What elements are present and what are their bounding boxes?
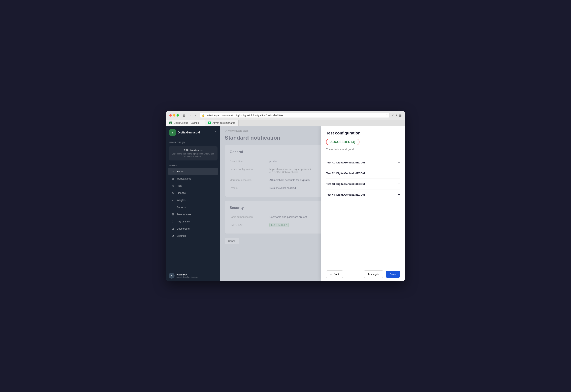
address-bar: 🔒 ca-test.adyen.com/ca/ca/config/configu… (200, 113, 390, 118)
test-config-panel: Test configuration SUCCEEDED (4) These t… (321, 126, 405, 281)
sidebar-item-label-insights: Insights (177, 199, 185, 202)
expand-test-4-btn[interactable]: + (398, 193, 400, 197)
lock-icon: 🔒 (202, 114, 205, 117)
user-info: Radu DG radu@digitalgenius.com (177, 273, 217, 278)
pages-section-label: PAGES (166, 162, 220, 168)
test-item-1: Test #1: DigitalGeniusLtdECOM + (326, 157, 400, 168)
brand-icon: a (169, 129, 176, 136)
sidebar-item-label-pos: Point of sale (177, 213, 191, 216)
test-name-3: Test #3: DigitalGeniusLtdECOM (326, 182, 365, 185)
favorites-box: ★ No favorites yet Click on the star on … (169, 146, 217, 160)
traffic-lights (169, 114, 179, 117)
tab-favicon-dg: a (169, 122, 172, 124)
content-area: ↺ View classic page Standard notificatio… (220, 126, 405, 281)
sidebar-item-pay-by-link[interactable]: ⤴ Pay by Link (168, 218, 218, 225)
sidebar-item-point-of-sale[interactable]: ⊟ Point of sale (168, 211, 218, 218)
forward-nav-btn[interactable]: › (194, 113, 197, 118)
sidebar-item-reports[interactable]: ☰ Reports (168, 204, 218, 210)
test-name-2: Test #2: DigitalGeniusLtdECOM (326, 172, 365, 175)
avatar: R (169, 273, 175, 279)
success-badge: SUCCEEDED (4) (326, 139, 360, 145)
pos-icon: ⊟ (171, 213, 175, 216)
sidebar-item-settings[interactable]: ⚙ Settings (168, 232, 218, 239)
back-nav-btn[interactable]: ‹ (189, 113, 192, 118)
user-email: radu@digitalgenius.com (177, 276, 217, 278)
favorites-hint: Click on the star on the right side of a… (171, 153, 215, 158)
panel-body: Test #1: DigitalGeniusLtdECOM + Test #2:… (321, 154, 405, 267)
sidebar-item-home[interactable]: ⌂ Home (168, 168, 218, 175)
main-layout: a DigitalGeniusLtd ⌃ FAVORITES (0) ★ No … (166, 126, 405, 281)
reports-icon: ☰ (171, 206, 175, 209)
sidebar-toggle-btn[interactable]: ⊞ (181, 113, 186, 118)
sidebar-item-label-developers: Developers (177, 227, 190, 230)
sidebar-bottom: R Radu DG radu@digitalgenius.com (166, 270, 220, 281)
panel-footer: ← Back Test again Done (321, 267, 405, 281)
sidebar-item-label-settings: Settings (177, 234, 186, 237)
tab-label-dg: DigitalGenius – Dashboard (174, 122, 202, 124)
test-item-4: Test #4: DigitalGeniusLtdECOM + (326, 189, 400, 200)
success-desc: These tests are all good! (326, 148, 400, 151)
test-item-2: Test #2: DigitalGeniusLtdECOM + (326, 168, 400, 179)
favorites-section-label: FAVORITES (0) (166, 139, 220, 145)
sidebar-item-insights[interactable]: ⟁ Insights (168, 196, 218, 203)
browser-window: ⊞ ‹ › 🔒 ca-test.adyen.com/ca/ca/config/c… (166, 111, 405, 281)
sidebar-item-label-pay-by-link: Pay by Link (177, 220, 190, 223)
back-arrow-icon: ← (330, 273, 332, 276)
tabs-bar: a DigitalGenius – Dashboard A Adyen cust… (166, 120, 405, 126)
fullscreen-traffic-light[interactable] (177, 114, 179, 117)
tab-label-adyen: Adyen customer area (212, 122, 235, 124)
pay-by-link-icon: ⤴ (171, 220, 175, 223)
user-name: Radu DG (177, 273, 217, 276)
user-row[interactable]: R Radu DG radu@digitalgenius.com (169, 273, 217, 279)
transactions-icon: ⊞ (171, 177, 175, 180)
sidebar: a DigitalGeniusLtd ⌃ FAVORITES (0) ★ No … (166, 126, 220, 281)
tab-adyen[interactable]: A Adyen customer area (205, 120, 239, 126)
finance-icon: ◇ (171, 191, 175, 195)
brand[interactable]: a DigitalGeniusLtd (169, 129, 200, 136)
sidebar-header: a DigitalGeniusLtd ⌃ (166, 126, 220, 139)
brand-name: DigitalGeniusLtd (178, 131, 200, 134)
expand-test-1-btn[interactable]: + (398, 160, 400, 165)
brand-chevron-icon[interactable]: ⌃ (214, 131, 217, 134)
sidebar-item-finance[interactable]: ◇ Finance (168, 189, 218, 196)
close-traffic-light[interactable] (169, 114, 172, 117)
sidebar-item-label-home: Home (177, 170, 183, 173)
sidebar-item-label-finance: Finance (177, 191, 186, 195)
sidebar-item-developers[interactable]: ⊡ Developers (168, 225, 218, 232)
home-icon: ⌂ (171, 170, 175, 173)
settings-icon: ⚙ (171, 234, 175, 237)
browser-nav: ‹ › (189, 113, 197, 118)
grid-btn[interactable]: ⊞ (399, 113, 402, 117)
browser-actions: ⎋ + ⊞ (392, 113, 402, 117)
test-name-4: Test #4: DigitalGeniusLtdECOM (326, 193, 365, 196)
star-icon: ★ (183, 149, 185, 151)
expand-test-3-btn[interactable]: + (398, 182, 400, 186)
done-button[interactable]: Done (386, 271, 400, 278)
url-text: ca-test.adyen.com/ca/ca/config/configure… (206, 114, 384, 117)
test-item-3: Test #3: DigitalGeniusLtdECOM + (326, 179, 400, 189)
expand-test-2-btn[interactable]: + (398, 171, 400, 175)
url-input[interactable]: 🔒 ca-test.adyen.com/ca/ca/config/configu… (200, 113, 390, 118)
browser-chrome: ⊞ ‹ › 🔒 ca-test.adyen.com/ca/ca/config/c… (166, 111, 405, 120)
insights-icon: ⟁ (171, 198, 175, 202)
minimize-traffic-light[interactable] (173, 114, 175, 117)
sidebar-item-label-reports: Reports (177, 206, 186, 209)
back-button[interactable]: ← Back (326, 270, 343, 278)
sidebar-item-transactions[interactable]: ⊞ Transactions (168, 175, 218, 182)
sidebar-item-label-risk: Risk (177, 184, 181, 187)
new-tab-btn[interactable]: + (396, 113, 397, 117)
panel-header: Test configuration SUCCEEDED (4) These t… (321, 126, 405, 154)
panel-title: Test configuration (326, 131, 400, 135)
sidebar-item-risk[interactable]: ◎ Risk (168, 182, 218, 189)
sidebar-item-label-transactions: Transactions (177, 177, 191, 180)
reload-icon[interactable]: ↺ (386, 114, 388, 117)
developers-icon: ⊡ (171, 227, 175, 230)
test-name-1: Test #1: DigitalGeniusLtdECOM (326, 161, 365, 164)
share-btn[interactable]: ⎋ (392, 113, 394, 117)
risk-icon: ◎ (171, 184, 175, 187)
test-again-button[interactable]: Test again (364, 270, 383, 278)
tab-favicon-adyen: A (208, 122, 211, 124)
tab-digitalgenius[interactable]: a DigitalGenius – Dashboard (166, 120, 205, 126)
favorites-title: ★ No favorites yet (171, 149, 215, 151)
